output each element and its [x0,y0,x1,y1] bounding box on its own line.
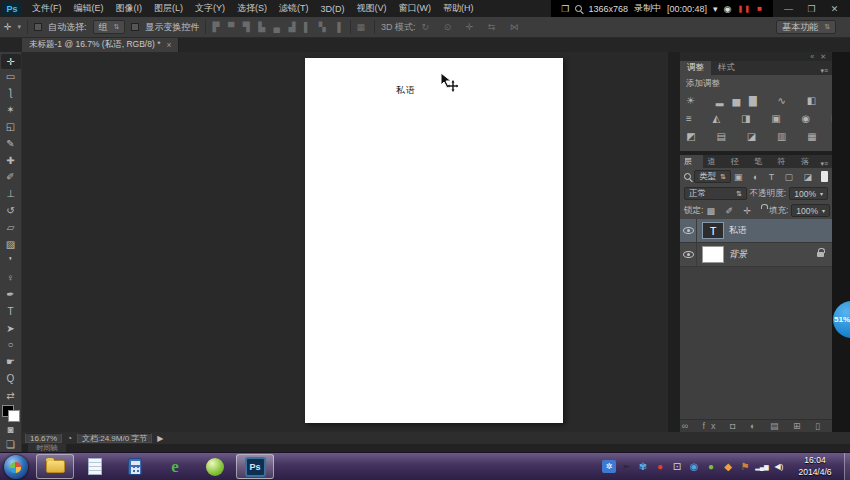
menu-filter[interactable]: 滤镜(T) [273,2,315,15]
taskbar-maxthon-browser[interactable] [196,454,234,479]
collapse-panels-icon[interactable]: « [810,53,816,60]
zoom-level-field[interactable]: 16.67% [25,433,62,443]
menu-layer[interactable]: 图层(L) [148,2,189,15]
volume-icon[interactable]: ◀) [772,460,786,474]
visibility-cell[interactable] [680,243,697,266]
document-size-info: 文档:24.9M/0 字节 [77,433,152,443]
workspace-switcher[interactable]: 基本功能 ⇅ [776,20,836,34]
menu-type[interactable]: 文字(Y) [189,2,231,15]
recorder-zoom-icon[interactable] [575,5,582,12]
taskbar-clock[interactable]: 16:04 2014/4/6 [788,455,842,477]
lock-row: 锁定: ▩ ✐ ✛ 填充: 100% ▾ [680,202,832,219]
filter-toggle-switch[interactable] [821,171,828,182]
filter-type-dropdown[interactable]: 类型 ⇅ [694,170,731,183]
opacity-dropdown[interactable]: 100% ▾ [789,187,828,200]
menu-3d[interactable]: 3D(D) [315,4,351,14]
text-layer-thumbnail[interactable]: T [702,222,724,239]
menu-select[interactable]: 选择(S) [231,2,273,15]
tab-paragraph[interactable]: 段落 [797,155,820,168]
adjustment-icons-row3[interactable]: ◩ ▤ ◪ ▥ ▦ [686,128,826,146]
tool-buttons[interactable]: ▭ ƪ ✶ ◱ ✎ ✚ ✐ ⊥ ↺ ▱ ▨ ❜ ♀ ✒ T ➤ ○ ☛ Q [6,69,15,388]
fill-dropdown[interactable]: 100% ▾ [791,204,830,217]
menu-image[interactable]: 图像(I) [110,2,149,15]
menu-view[interactable]: 视图(V) [351,2,393,15]
adjustment-icons-row2[interactable]: ≡ ◭ ◨ ▣ ◉ ⊞ [686,110,826,128]
show-desktop-button[interactable] [844,453,850,480]
recorder-pause-button[interactable]: ❚❚ [737,5,751,13]
menu-help[interactable]: 帮助(H) [437,2,480,15]
panel-menu-icon[interactable]: ▾≡ [820,160,832,168]
auto-select-checkbox[interactable] [34,23,42,31]
document-canvas[interactable]: 私语 [305,58,563,423]
tab-layers[interactable]: 图层 [680,155,703,168]
display-icon[interactable]: ⊡ [670,460,684,474]
tab-timeline[interactable]: 时间轴 [28,444,66,452]
network-icon[interactable]: ▂▄▆ [755,460,769,474]
restore-button[interactable]: ❐ [802,4,821,14]
taskbar-explorer[interactable] [36,454,74,479]
tab-styles[interactable]: 样式 [711,61,742,75]
show-transform-checkbox[interactable] [131,23,139,31]
recorder-stop-button[interactable]: ■ [757,4,763,13]
menu-edit[interactable]: 编辑(E) [68,2,110,15]
background-layer-thumbnail[interactable] [702,246,724,263]
menu-window[interactable]: 窗口(W) [393,2,438,15]
visibility-cell[interactable] [680,219,697,242]
tab-adjustments[interactable]: 调整 [680,61,711,75]
move-tool-button[interactable]: ✛ [1,54,21,69]
taskbar-ie-browser[interactable]: e [156,454,194,479]
tab-close-icon[interactable]: × [166,40,171,50]
layers-panel-buttons[interactable]: ∞ fx ◘ ◐ ▤ ⊞ ▯ [680,419,832,432]
background-color-swatch[interactable] [8,410,20,422]
start-button[interactable] [4,455,28,479]
auto-align-icon[interactable]: ▦ [357,22,369,32]
filter-kind-buttons[interactable]: ▣ ◐ T ▢ ◪ [734,172,816,182]
align-buttons[interactable]: ▛ ▀ ▜ ▙ ▄ ▟ ▌ ▚ ▐ [212,22,343,32]
taskbar-notepad[interactable] [76,454,114,479]
layer-row-text[interactable]: T 私语 [680,219,832,243]
recorder-tray-icon[interactable]: ● [653,460,667,474]
screen-mode-button[interactable]: ❏ [6,437,15,452]
taskbar-calculator[interactable] [116,454,154,479]
layer-name[interactable]: 私语 [729,224,747,237]
globe-icon[interactable]: ◉ [687,460,701,474]
document-tab[interactable]: 未标题-1 @ 16.7% (私语, RGB/8) * × [22,38,179,52]
panel-menu-icon[interactable]: ▾≡ [820,67,832,75]
adjustment-icons-row1[interactable]: ☀ ▂▅▇ ∿ ◧ ▽ [686,92,826,110]
recorder-camera-icon[interactable]: ◉ [724,4,732,14]
panel-close-icon[interactable]: ✕ [820,53,828,60]
antivirus-icon[interactable]: ● [704,460,718,474]
tab-character[interactable]: 字符 [774,155,797,168]
canvas-area[interactable]: 私语 [22,52,668,432]
shield-icon[interactable]: ◆ [721,460,735,474]
lang-icon[interactable]: ➣ [619,460,633,474]
eye-icon[interactable] [683,251,694,258]
auto-select-dropdown[interactable]: 组 ⇅ [93,20,126,34]
taskbar-photoshop[interactable]: Ps [236,454,274,479]
quick-mask-button[interactable]: ◙ [7,422,13,437]
tab-paths[interactable]: 路径 [727,155,750,168]
layer-row-background[interactable]: 背景 [680,243,832,267]
status-bar: 16.67% ◔ 文档:24.9M/0 字节 ▶ [22,432,850,444]
menu-file[interactable]: 文件(F) [26,2,68,15]
recorder-dropdown-icon[interactable]: ▾ [713,4,718,14]
qq-icon[interactable]: ✾ [636,460,650,474]
minimize-button[interactable]: — [779,4,798,14]
color-swatches[interactable] [1,405,21,422]
ime-icon[interactable]: ✲ [602,460,616,473]
flag-icon[interactable]: ⚑ [738,460,752,474]
status-arrow-icon[interactable]: ▶ [157,434,163,443]
lock-buttons[interactable]: ▩ ✐ ✛ [706,206,755,216]
close-button[interactable]: ✕ [825,4,844,14]
3d-mode-buttons[interactable]: ↻ ⊙ ✛ ⇆ ⋈ [422,22,525,32]
tab-brush[interactable]: 画笔 [750,155,773,168]
floating-percent-ball[interactable]: 51% [833,301,850,338]
blend-mode-dropdown[interactable]: 正常 ⇅ [684,187,747,200]
tab-channels[interactable]: 通道 [703,155,726,168]
tool-preset-caret-icon[interactable]: ▾ [18,23,22,31]
recorder-window-icon[interactable]: ❐ [561,4,569,14]
layer-name[interactable]: 背景 [729,248,747,261]
eye-icon[interactable] [683,227,694,234]
swap-colors-icon[interactable]: ⇄ [6,388,14,403]
canvas-text-layer[interactable]: 私语 [396,84,416,97]
